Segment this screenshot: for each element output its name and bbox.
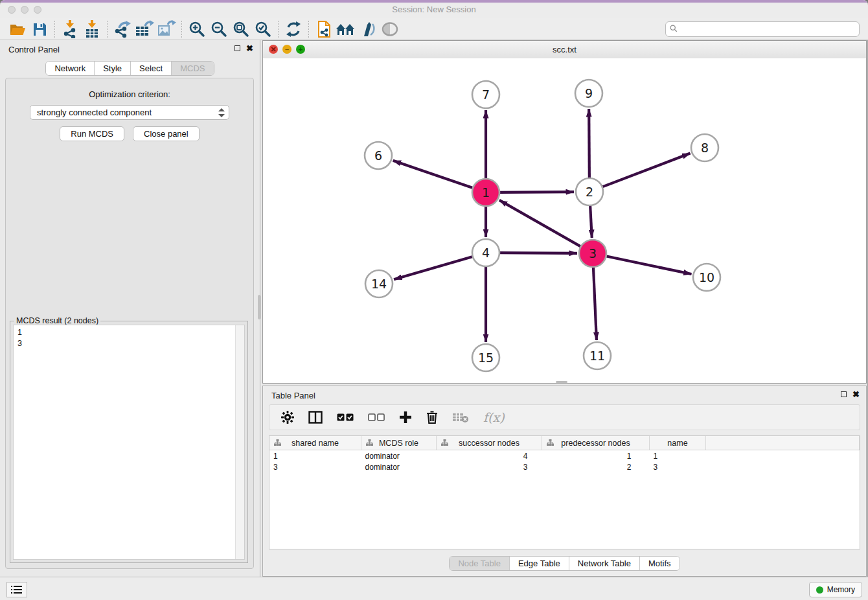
graph-node-label-10: 10 [699, 270, 714, 284]
node-table-container: shared nameMCDS rolesuccessor nodesprede… [269, 435, 860, 549]
graph-node-label-1: 1 [482, 185, 490, 200]
zoom-in-icon[interactable] [186, 20, 208, 38]
graph-node-label-9: 9 [585, 86, 593, 100]
mcds-result-text: 1 3 [14, 325, 244, 351]
toolbar-separator [107, 21, 108, 38]
deselect-all-icon[interactable] [368, 413, 385, 421]
network-window-title: scc.txt [263, 45, 866, 54]
tab-network[interactable]: Network [46, 62, 94, 75]
cell-MCDS-role-row2[interactable]: dominator [361, 461, 437, 472]
duplicate-network-icon[interactable] [313, 20, 335, 38]
table-toolbar: f(x) [269, 404, 860, 430]
first-neighbors-icon[interactable] [335, 20, 357, 38]
run-mcds-button[interactable]: Run MCDS [60, 126, 124, 141]
split-resize-handle[interactable] [556, 381, 567, 383]
cell-name-row2[interactable]: 3 [650, 461, 706, 472]
column-header-MCDS-role[interactable]: MCDS role [361, 436, 437, 450]
tab-select[interactable]: Select [130, 62, 171, 75]
result-scrollbar[interactable] [235, 325, 244, 559]
graph-edge-3-11[interactable] [593, 268, 597, 340]
cell-filler [706, 450, 860, 462]
graph-node-label-6: 6 [374, 148, 382, 163]
export-image-icon[interactable] [155, 20, 177, 38]
control-panel: Control Panel ✖ NetworkStyleSelectMCDS O… [0, 40, 260, 577]
mcds-panel: Optimization criterion: strongly connect… [5, 78, 254, 569]
graph-node-label-7: 7 [482, 87, 490, 102]
table-row[interactable]: 1dominator411 [269, 450, 860, 462]
tab-motifs[interactable]: Motifs [639, 557, 680, 570]
graph-edge-3-10[interactable] [607, 257, 692, 275]
search-field-container [665, 21, 860, 37]
refresh-layout-icon[interactable] [282, 20, 304, 38]
export-network-icon[interactable] [111, 20, 133, 38]
add-icon[interactable] [399, 411, 412, 424]
table-row[interactable]: 3dominator323 [269, 461, 860, 472]
memory-button[interactable]: Memory [809, 582, 862, 597]
cell-successor-nodes-row1[interactable]: 4 [437, 450, 542, 462]
toolbar-separator [308, 21, 309, 38]
close-panel-button[interactable]: Close panel [133, 126, 200, 141]
close-panel-icon[interactable]: ✖ [246, 45, 253, 52]
zoom-out-icon[interactable] [208, 20, 230, 38]
network-window-titlebar[interactable]: ✕ – + scc.txt [263, 41, 866, 59]
column-header-successor-nodes[interactable]: successor nodes [437, 436, 542, 450]
graph-node-label-14: 14 [371, 277, 387, 291]
graph-edge-1-2[interactable] [500, 192, 574, 192]
graph-node-label-4: 4 [482, 246, 490, 260]
export-table-icon[interactable] [133, 20, 155, 38]
table-panel-title: Table Panel [271, 391, 315, 400]
graph-edge-3-1[interactable] [499, 200, 580, 246]
cell-predecessor-nodes-row2[interactable]: 2 [542, 461, 650, 472]
graph-edge-2-3[interactable] [590, 206, 592, 238]
network-graph[interactable]: 7968124314101511 [263, 58, 866, 383]
table-panel: Table Panel ✖ [262, 386, 867, 577]
window-titlebar: Session: New Session [0, 0, 868, 19]
float-panel-icon[interactable] [234, 45, 240, 51]
cell-predecessor-nodes-row1[interactable]: 1 [542, 450, 650, 462]
cell-shared-name-row2[interactable]: 3 [269, 461, 361, 472]
cell-successor-nodes-row2[interactable]: 3 [437, 461, 542, 472]
command-list-button[interactable] [6, 582, 27, 597]
save-session-icon[interactable] [29, 20, 51, 38]
graph-node-label-2: 2 [586, 185, 593, 199]
graph-edge-2-8[interactable] [603, 154, 691, 187]
panel-divider-handle[interactable] [258, 295, 261, 319]
tab-edge-table[interactable]: Edge Table [509, 557, 569, 570]
tab-node-table[interactable]: Node Table [450, 557, 509, 570]
control-panel-tabs: NetworkStyleSelectMCDS [45, 61, 214, 76]
import-table-icon[interactable] [81, 20, 103, 38]
titlebar-accent-strip [0, 0, 868, 3]
close-table-panel-icon[interactable]: ✖ [852, 391, 860, 398]
graph-edge-1-6[interactable] [393, 161, 472, 188]
network-view-window: ✕ – + scc.txt 7968124314101511 [262, 40, 867, 384]
cell-MCDS-role-row1[interactable]: dominator [361, 450, 437, 462]
cell-shared-name-row1[interactable]: 1 [269, 450, 361, 462]
column-header-name[interactable]: name [650, 436, 706, 450]
graph-edge-4-14[interactable] [394, 257, 472, 279]
column-header-shared-name[interactable]: shared name [269, 436, 361, 450]
search-input[interactable] [665, 21, 860, 37]
zoom-fit-icon[interactable] [230, 20, 252, 38]
import-network-icon[interactable] [59, 20, 81, 38]
table-panel-tabs: Node TableEdge TableNetwork TableMotifs [449, 556, 680, 571]
graph-edge-2-9[interactable] [589, 109, 589, 178]
columns-icon[interactable] [308, 411, 323, 424]
style-brush-icon[interactable] [357, 20, 379, 38]
delete-table-icon [452, 411, 469, 423]
tab-mcds[interactable]: MCDS [171, 62, 213, 75]
application-window: Session: New Session [0, 0, 868, 600]
cell-name-row1[interactable]: 1 [650, 450, 706, 462]
criterion-dropdown[interactable]: strongly connected component [30, 105, 229, 120]
column-header-predecessor-nodes[interactable]: predecessor nodes [542, 436, 650, 450]
tab-network-table[interactable]: Network Table [569, 557, 639, 570]
select-all-icon[interactable] [337, 413, 354, 421]
delete-icon[interactable] [426, 411, 438, 424]
open-session-icon[interactable] [6, 20, 29, 38]
mcds-result-area[interactable]: 1 3 [13, 325, 245, 560]
graph-edge-4-3[interactable] [500, 253, 577, 253]
float-table-panel-icon[interactable] [841, 391, 847, 397]
zoom-selected-icon[interactable] [252, 20, 274, 38]
network-canvas[interactable]: 7968124314101511 [263, 58, 866, 383]
tab-style[interactable]: Style [94, 62, 130, 75]
gear-icon[interactable] [281, 411, 294, 424]
